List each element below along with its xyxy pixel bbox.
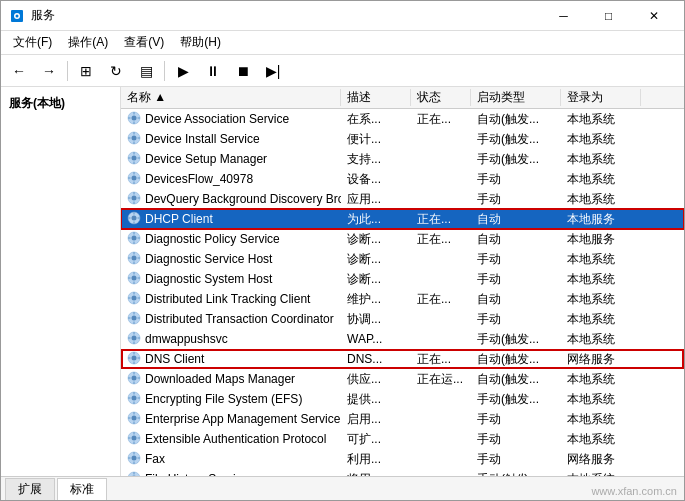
cell-startup: 自动 — [471, 291, 561, 308]
cell-startup: 手动(触发... — [471, 331, 561, 348]
svg-point-4 — [132, 115, 137, 120]
window-controls: ─ □ ✕ — [541, 1, 676, 31]
close-button[interactable]: ✕ — [631, 1, 676, 31]
service-name-text: DevicesFlow_40978 — [145, 172, 253, 186]
table-row[interactable]: Fax利用...手动网络服务 — [121, 449, 684, 469]
table-row[interactable]: Downloaded Maps Manager供应...正在运...自动(触发.… — [121, 369, 684, 389]
svg-rect-36 — [133, 221, 134, 224]
table-row[interactable]: DevQuery Background Discovery Broker应用..… — [121, 189, 684, 209]
svg-rect-72 — [133, 341, 134, 344]
svg-rect-24 — [133, 181, 134, 184]
cell-service-name: Device Association Service — [121, 111, 341, 128]
cell-service-name: Diagnostic Service Host — [121, 251, 341, 268]
menu-item[interactable]: 查看(V) — [116, 32, 172, 53]
table-row[interactable]: Device Association Service在系...正在...自动(触… — [121, 109, 684, 129]
table-row[interactable]: Diagnostic System Host诊断...手动本地系统 — [121, 269, 684, 289]
cell-logon: 网络服务 — [561, 351, 641, 368]
svg-rect-102 — [133, 441, 134, 444]
cell-startup: 手动 — [471, 271, 561, 288]
service-name-text: dmwappushsvc — [145, 332, 228, 346]
col-header-desc[interactable]: 描述 — [341, 89, 411, 106]
service-name-text: DevQuery Background Discovery Broker — [145, 192, 341, 206]
cell-status: 正在... — [411, 351, 471, 368]
bottom-tab[interactable]: 标准 — [57, 478, 107, 500]
table-row[interactable]: Device Setup Manager支持...手动(触发...本地系统 — [121, 149, 684, 169]
svg-rect-83 — [133, 372, 134, 375]
table-row[interactable]: Distributed Link Tracking Client维护...正在.… — [121, 289, 684, 309]
table-row[interactable]: DHCP Client为此...正在...自动本地服务 — [121, 209, 684, 229]
service-name-text: Diagnostic Policy Service — [145, 232, 280, 246]
svg-rect-6 — [133, 121, 134, 124]
cell-service-name: Device Install Service — [121, 131, 341, 148]
table-row[interactable]: DevicesFlow_40978设备...手动本地系统 — [121, 169, 684, 189]
show-hide-button[interactable]: ⊞ — [72, 58, 100, 84]
restart-button[interactable]: ▶| — [259, 58, 287, 84]
table-row[interactable]: dmwappushsvcWAP...手动(触发...本地系统 — [121, 329, 684, 349]
refresh-button[interactable]: ↻ — [102, 58, 130, 84]
cell-description: 启用... — [341, 411, 411, 428]
toolbar-separator-2 — [164, 61, 165, 81]
service-icon — [127, 391, 141, 408]
svg-point-2 — [16, 14, 19, 17]
menu-item[interactable]: 文件(F) — [5, 32, 60, 53]
table-row[interactable]: Extensible Authentication Protocol可扩...手… — [121, 429, 684, 449]
table-row[interactable]: Enterprise App Management Service启用...手动… — [121, 409, 684, 429]
forward-button[interactable]: → — [35, 58, 63, 84]
menu-item[interactable]: 帮助(H) — [172, 32, 229, 53]
back-button[interactable]: ← — [5, 58, 33, 84]
table-row[interactable]: Diagnostic Policy Service诊断...正在...自动本地服… — [121, 229, 684, 249]
minimize-button[interactable]: ─ — [541, 1, 586, 31]
cell-logon: 本地系统 — [561, 171, 641, 188]
content-area: 服务(本地) 名称 ▲ 描述 状态 启动类型 登录为 Device Associ… — [1, 87, 684, 476]
svg-rect-32 — [138, 197, 141, 198]
table-row[interactable]: Encrypting File System (EFS)提供...手动(触发..… — [121, 389, 684, 409]
service-name-text: Extensible Authentication Protocol — [145, 432, 326, 446]
cell-startup: 手动 — [471, 451, 561, 468]
svg-point-16 — [132, 155, 137, 160]
maximize-button[interactable]: □ — [586, 1, 631, 31]
table-body[interactable]: Device Association Service在系...正在...自动(触… — [121, 109, 684, 476]
cell-service-name: Extensible Authentication Protocol — [121, 431, 341, 448]
svg-rect-95 — [133, 412, 134, 415]
cell-service-name: DevQuery Background Discovery Broker — [121, 191, 341, 208]
pause-button[interactable]: ⏸ — [199, 58, 227, 84]
table-row[interactable]: Device Install Service便计...手动(触发...本地系统 — [121, 129, 684, 149]
table-row[interactable]: Distributed Transaction Coordinator协调...… — [121, 309, 684, 329]
stop-button[interactable]: ⏹ — [229, 58, 257, 84]
cell-description: 提供... — [341, 391, 411, 408]
col-header-name[interactable]: 名称 ▲ — [121, 89, 341, 106]
svg-rect-68 — [138, 317, 141, 318]
menu-item[interactable]: 操作(A) — [60, 32, 116, 53]
cell-status: 正在运... — [411, 371, 471, 388]
table-row[interactable]: Diagnostic Service Host诊断...手动本地系统 — [121, 249, 684, 269]
svg-rect-41 — [133, 232, 134, 235]
col-header-status[interactable]: 状态 — [411, 89, 471, 106]
svg-rect-56 — [138, 277, 141, 278]
col-header-startup[interactable]: 启动类型 — [471, 89, 561, 106]
col-header-logon[interactable]: 登录为 — [561, 89, 641, 106]
svg-rect-44 — [138, 237, 141, 238]
service-icon — [127, 351, 141, 368]
service-name-text: Device Setup Manager — [145, 152, 267, 166]
service-icon — [127, 411, 141, 428]
svg-rect-48 — [133, 261, 134, 264]
app-icon — [9, 8, 25, 24]
svg-rect-79 — [128, 357, 131, 358]
bottom-tab[interactable]: 扩展 — [5, 478, 55, 500]
svg-rect-66 — [133, 321, 134, 324]
table-row[interactable]: DNS ClientDNS...正在...自动(触发...网络服务 — [121, 349, 684, 369]
table-row[interactable]: File History Service将用...手动(触发...本地系统 — [121, 469, 684, 476]
svg-rect-113 — [133, 472, 134, 475]
export-button[interactable]: ▤ — [132, 58, 160, 84]
cell-startup: 手动 — [471, 431, 561, 448]
cell-startup: 手动(触发... — [471, 391, 561, 408]
svg-rect-71 — [133, 332, 134, 335]
svg-rect-31 — [128, 197, 131, 198]
cell-description: 在系... — [341, 111, 411, 128]
svg-rect-35 — [133, 212, 134, 215]
start-button[interactable]: ▶ — [169, 58, 197, 84]
table-header: 名称 ▲ 描述 状态 启动类型 登录为 — [121, 87, 684, 109]
svg-point-88 — [132, 395, 137, 400]
cell-description: 诊断... — [341, 251, 411, 268]
svg-rect-90 — [133, 401, 134, 404]
